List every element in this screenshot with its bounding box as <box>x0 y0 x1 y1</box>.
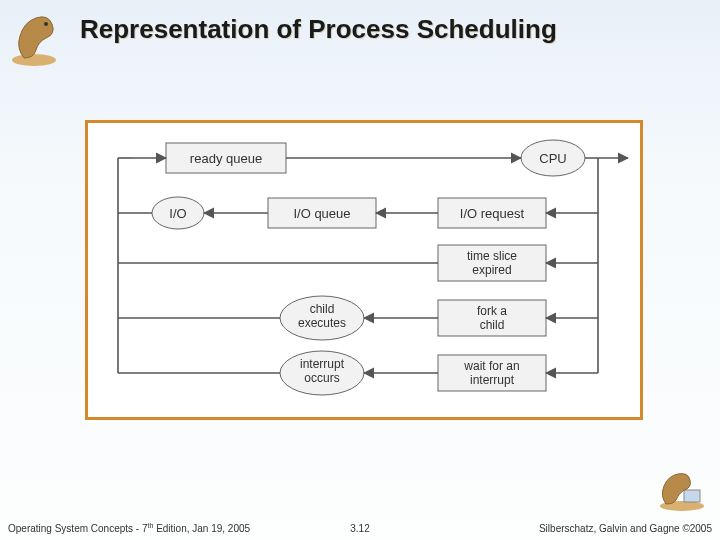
fork-child-label-1: fork a <box>477 304 507 318</box>
io-request-label: I/O request <box>460 206 525 221</box>
footer-right-year: 2005 <box>690 523 712 534</box>
footer-copyright-symbol: © <box>682 523 689 534</box>
time-slice-label-2: expired <box>472 263 511 277</box>
ready-queue-label: ready queue <box>190 151 262 166</box>
footer-right: Silberschatz, Galvin and Gagne ©2005 <box>539 523 712 534</box>
slide-footer: Operating System Concepts - 7th Edition,… <box>0 516 720 534</box>
dinosaur-footer-icon <box>654 464 710 512</box>
io-queue-label: I/O queue <box>293 206 350 221</box>
footer-left-prefix: Operating System Concepts - 7 <box>8 523 148 534</box>
cpu-label: CPU <box>539 151 566 166</box>
footer-left-suffix: Edition, Jan 19, 2005 <box>153 523 250 534</box>
footer-right-prefix: Silberschatz, Galvin and Gagne <box>539 523 682 534</box>
slide-title: Representation of Process Scheduling <box>80 14 557 45</box>
time-slice-label-1: time slice <box>467 249 517 263</box>
footer-left: Operating System Concepts - 7th Edition,… <box>8 522 250 534</box>
child-executes-label-2: executes <box>298 316 346 330</box>
interrupt-occurs-label-2: occurs <box>304 371 339 385</box>
footer-page-number: 3.12 <box>350 523 369 534</box>
svg-point-1 <box>44 22 48 26</box>
child-executes-label-1: child <box>310 302 335 316</box>
fork-child-label-2: child <box>480 318 505 332</box>
svg-rect-3 <box>684 490 700 502</box>
diagram-frame: ready queue CPU I/O I/O queue I/O reques… <box>85 120 643 420</box>
svg-point-0 <box>12 54 56 66</box>
dinosaur-logo-icon <box>6 8 62 68</box>
wait-interrupt-label-1: wait for an <box>463 359 519 373</box>
wait-interrupt-label-2: interrupt <box>470 373 515 387</box>
io-label: I/O <box>169 206 186 221</box>
interrupt-occurs-label-1: interrupt <box>300 357 345 371</box>
process-scheduling-diagram: ready queue CPU I/O I/O queue I/O reques… <box>88 123 640 417</box>
